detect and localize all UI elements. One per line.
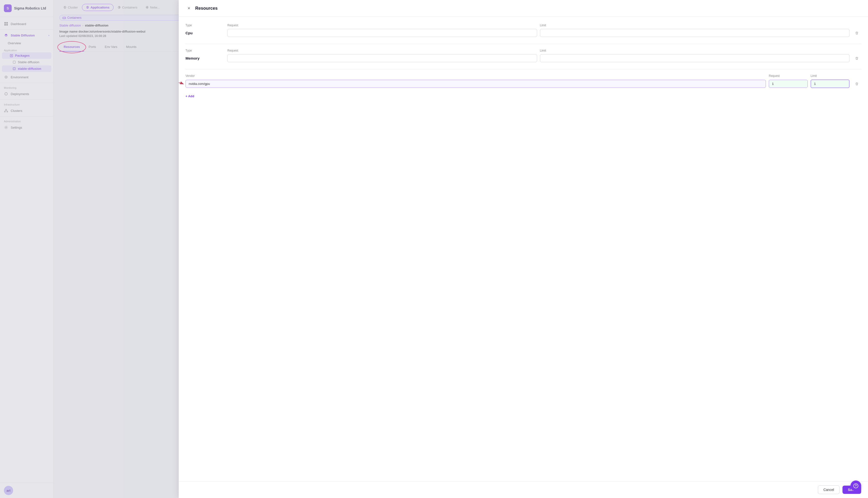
cpu-section: Type Request Limit Cpu [185,24,861,37]
gpu-request-input[interactable] [769,80,808,88]
help-fab-button[interactable] [851,481,861,491]
cpu-type-header: Type [185,24,224,27]
cpu-request-input[interactable] [227,29,537,37]
memory-limit-input[interactable] [540,54,850,62]
gpu-section: Vendor Request Limit [185,74,861,88]
memory-type-value: Memory [185,56,224,60]
cpu-request-header: Request [227,24,537,27]
panel-header: × Resources [179,0,868,17]
memory-data-row: Memory [185,54,861,62]
cpu-limit-input[interactable] [540,29,850,37]
close-button[interactable]: × [185,5,192,12]
memory-header-row: Type Request Limit [185,49,861,52]
divider-2 [185,69,861,69]
trash-icon [855,31,859,35]
gpu-vendor-header: Vendor [185,74,766,78]
cpu-header-row: Type Request Limit [185,24,861,27]
gpu-limit-header: Limit [811,74,850,78]
gpu-limit-input[interactable] [811,79,850,88]
memory-type-header: Type [185,49,224,52]
divider-1 [185,44,861,44]
panel-title: Resources [195,6,218,11]
add-resource-button[interactable]: + Add [185,93,194,100]
cpu-limit-header: Limit [540,24,850,27]
add-resource-label: + Add [185,94,194,98]
memory-section: Type Request Limit Memory [185,49,861,62]
panel-body: Type Request Limit Cpu Type Request Limi… [179,17,868,481]
resources-panel: × Resources Type Request Limit Cpu [179,0,868,498]
gpu-header-row: Vendor Request Limit [185,74,861,78]
memory-delete-button[interactable] [853,56,861,60]
help-icon [853,483,858,488]
cpu-delete-button[interactable] [853,31,861,35]
trash-icon-3 [855,82,859,86]
memory-request-input[interactable] [227,54,537,62]
cancel-button[interactable]: Cancel [818,485,840,494]
gpu-data-row [185,79,861,88]
gpu-request-header: Request [769,74,808,78]
cpu-data-row: Cpu [185,29,861,37]
gpu-vendor-input[interactable] [185,80,766,88]
gpu-delete-button[interactable] [853,82,861,86]
memory-request-header: Request [227,49,537,52]
memory-limit-header: Limit [540,49,850,52]
cancel-label: Cancel [824,488,834,492]
cpu-type-value: Cpu [185,31,224,35]
panel-footer: Cancel Save [179,481,868,498]
trash-icon-2 [855,56,859,60]
